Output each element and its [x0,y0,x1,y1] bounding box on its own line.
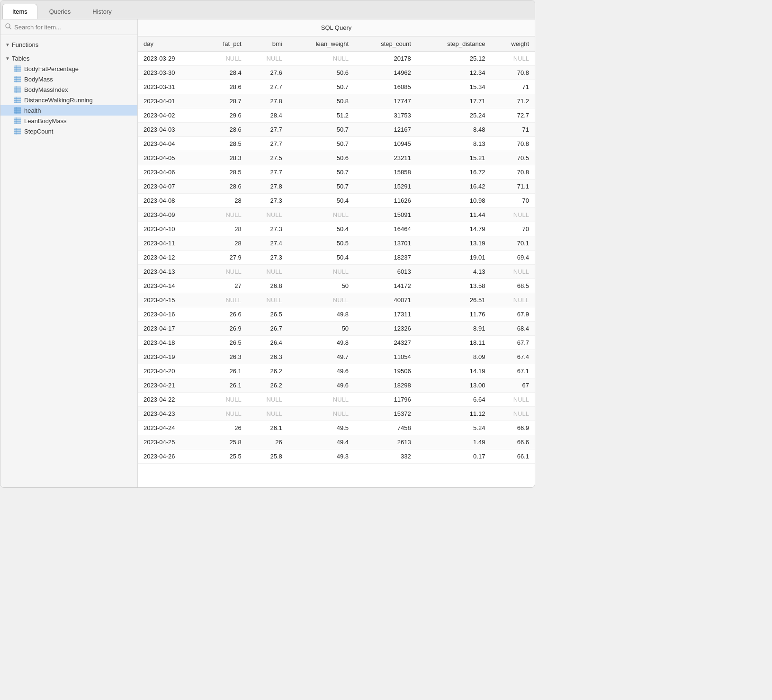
sidebar-item-label: LeanBodyMass [24,117,67,125]
cell-fat_pct: 26.9 [202,322,247,336]
cell-fat_pct: 28.5 [202,165,247,179]
sidebar-item-leanbodymass[interactable]: LeanBodyMass [0,116,137,126]
cell-weight: 70 [491,222,535,236]
cell-bmi: 27.8 [247,94,288,108]
cell-bmi: 27.7 [247,123,288,137]
table-row: 2023-04-0229.628.451.23175325.2472.7 [138,108,535,123]
cell-step_count: 6013 [354,265,417,279]
cell-bmi: 25.8 [247,449,288,464]
cell-lean_weight: 50.4 [288,251,354,265]
cell-bmi: 26 [247,435,288,449]
table-row: 2023-04-142726.8501417213.5868.5 [138,279,535,293]
cell-weight: 70.8 [491,137,535,151]
table-row: 2023-04-13NULLNULLNULL60134.13NULL [138,265,535,279]
cell-lean_weight: 50.6 [288,151,354,165]
cell-lean_weight: NULL [288,293,354,307]
search-icon [5,23,11,31]
cell-fat_pct: 28.6 [202,179,247,194]
cell-weight: NULL [491,265,535,279]
cell-weight: 66.9 [491,421,535,435]
sidebar-item-bodymassindex[interactable]: BodyMassIndex [0,84,137,95]
table-icon [14,96,21,104]
cell-bmi: 27.7 [247,165,288,179]
tab-queries[interactable]: Queries [39,4,81,19]
tab-history[interactable]: History [82,4,121,19]
sidebar-item-bodyfatpercentage[interactable]: BodyFatPercentage [0,63,137,74]
cell-step_distance: 15.34 [417,80,491,94]
table-row: 2023-04-1926.326.349.7110548.0967.4 [138,350,535,364]
cell-lean_weight: 50.8 [288,94,354,108]
table-row: 2023-04-15NULLNULLNULL4007126.51NULL [138,293,535,307]
col-step-count: step_count [354,36,417,52]
cell-weight: 70.1 [491,236,535,251]
table-row: 2023-03-3028.427.650.61496212.3470.8 [138,66,535,80]
cell-step_count: 19506 [354,364,417,378]
cell-day: 2023-04-26 [138,449,202,464]
cell-step_count: 31753 [354,108,417,123]
cell-day: 2023-04-01 [138,94,202,108]
cell-lean_weight: 50 [288,322,354,336]
cell-day: 2023-03-30 [138,66,202,80]
col-weight: weight [491,36,535,52]
table-row: 2023-04-2625.525.849.33320.1766.1 [138,449,535,464]
col-day: day [138,36,202,52]
cell-step_count: 12326 [354,322,417,336]
cell-lean_weight: NULL [288,265,354,279]
cell-bmi: 27.5 [247,151,288,165]
cell-weight: 71.1 [491,179,535,194]
cell-weight: 66.6 [491,435,535,449]
search-input[interactable] [14,24,133,31]
table-row: 2023-04-112827.450.51370113.1970.1 [138,236,535,251]
data-table-wrap[interactable]: day fat_pct bmi lean_weight step_count s… [138,36,535,487]
cell-fat_pct: 28.3 [202,151,247,165]
cell-step_count: 13701 [354,236,417,251]
sidebar-item-distancewalkingrunning[interactable]: DistanceWalkingRunning [0,95,137,105]
sidebar-item-stepcount[interactable]: StepCount [0,126,137,136]
cell-lean_weight: 49.3 [288,449,354,464]
sidebar-item-label: DistanceWalkingRunning [24,97,93,104]
cell-lean_weight: 49.5 [288,421,354,435]
cell-step_count: 17311 [354,307,417,322]
sidebar-item-bodymass[interactable]: BodyMass [0,74,137,84]
cell-fat_pct: 26 [202,421,247,435]
cell-step_distance: 18.11 [417,336,491,350]
cell-step_distance: 6.64 [417,393,491,407]
col-lean-weight: lean_weight [288,36,354,52]
sidebar-item-label: health [24,107,41,114]
cell-weight: 67.9 [491,307,535,322]
cell-step_count: 15291 [354,179,417,194]
table-row: 2023-04-22NULLNULLNULL117966.64NULL [138,393,535,407]
right-panel: SQL Query day fat_pct bmi lean_weight st… [138,19,535,487]
cell-step_count: 18237 [354,251,417,265]
cell-lean_weight: 49.8 [288,307,354,322]
cell-step_distance: 13.58 [417,279,491,293]
cell-lean_weight: 49.7 [288,350,354,364]
cell-step_count: 11054 [354,350,417,364]
cell-step_distance: 4.13 [417,265,491,279]
table-row: 2023-04-2026.126.249.61950614.1967.1 [138,364,535,378]
cell-step_distance: 16.72 [417,165,491,179]
cell-day: 2023-04-21 [138,378,202,393]
table-icon [14,127,21,135]
cell-bmi: 26.4 [247,336,288,350]
cell-lean_weight: 50.4 [288,194,354,208]
cell-bmi: 27.8 [247,179,288,194]
cell-fat_pct: 28 [202,194,247,208]
table-row: 2023-04-2525.82649.426131.4966.6 [138,435,535,449]
cell-day: 2023-04-04 [138,137,202,151]
cell-step_count: 10945 [354,137,417,151]
chevron-down-icon-tables: ▼ [5,56,10,61]
tab-items[interactable]: Items [2,4,37,19]
cell-weight: 67 [491,378,535,393]
sidebar-item-health[interactable]: health [0,105,137,116]
cell-fat_pct: 28 [202,236,247,251]
cell-step_count: 16085 [354,80,417,94]
cell-bmi: 26.2 [247,364,288,378]
cell-fat_pct: NULL [202,393,247,407]
tables-header[interactable]: ▼ Tables [0,54,137,63]
sidebar-item-label: BodyMass [24,76,53,83]
table-icon [14,117,21,125]
cell-step_count: 15091 [354,208,417,222]
functions-header[interactable]: ▼ Functions [0,40,137,50]
cell-step_count: 14962 [354,66,417,80]
